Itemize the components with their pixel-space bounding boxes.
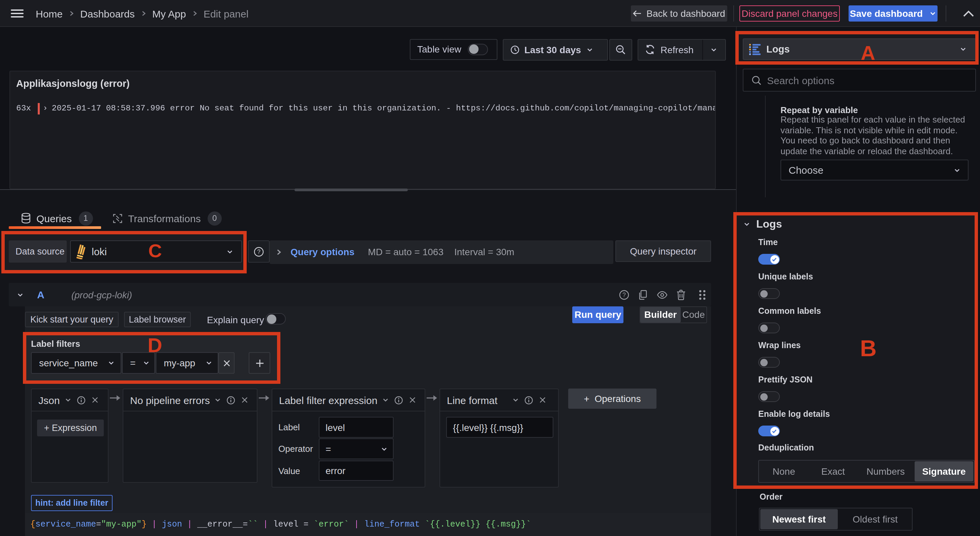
svg-text:?: ? [257,248,261,255]
svg-text:?: ? [622,292,626,298]
